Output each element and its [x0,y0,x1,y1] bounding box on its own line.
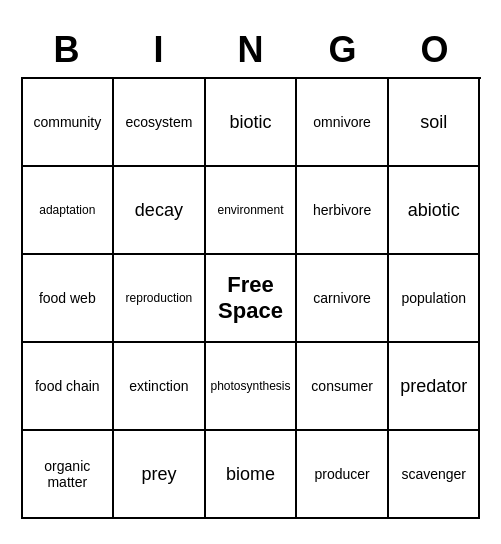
bingo-cell-20: organic matter [23,431,115,519]
header-letter-g: G [297,25,389,75]
bingo-cell-11: reproduction [114,255,206,343]
bingo-cell-4: soil [389,79,481,167]
bingo-cell-8: herbivore [297,167,389,255]
header-letter-i: I [113,25,205,75]
bingo-cell-16: extinction [114,343,206,431]
header-letter-o: O [389,25,481,75]
bingo-cell-0: community [23,79,115,167]
bingo-header: BINGO [21,25,481,75]
bingo-cell-6: decay [114,167,206,255]
header-letter-n: N [205,25,297,75]
bingo-grid: communityecosystembioticomnivoresoiladap… [21,77,481,519]
bingo-cell-24: scavenger [389,431,481,519]
bingo-cell-2: biotic [206,79,298,167]
header-letter-b: B [21,25,113,75]
bingo-cell-18: consumer [297,343,389,431]
bingo-cell-7: environment [206,167,298,255]
bingo-card: BINGO communityecosystembioticomnivoreso… [11,15,491,529]
bingo-cell-9: abiotic [389,167,481,255]
bingo-cell-21: prey [114,431,206,519]
bingo-cell-17: photosynthesis [206,343,298,431]
bingo-cell-15: food chain [23,343,115,431]
bingo-cell-10: food web [23,255,115,343]
bingo-cell-12: Free Space [206,255,298,343]
bingo-cell-19: predator [389,343,481,431]
bingo-cell-1: ecosystem [114,79,206,167]
bingo-cell-13: carnivore [297,255,389,343]
bingo-cell-14: population [389,255,481,343]
bingo-cell-23: producer [297,431,389,519]
bingo-cell-3: omnivore [297,79,389,167]
bingo-cell-5: adaptation [23,167,115,255]
bingo-cell-22: biome [206,431,298,519]
